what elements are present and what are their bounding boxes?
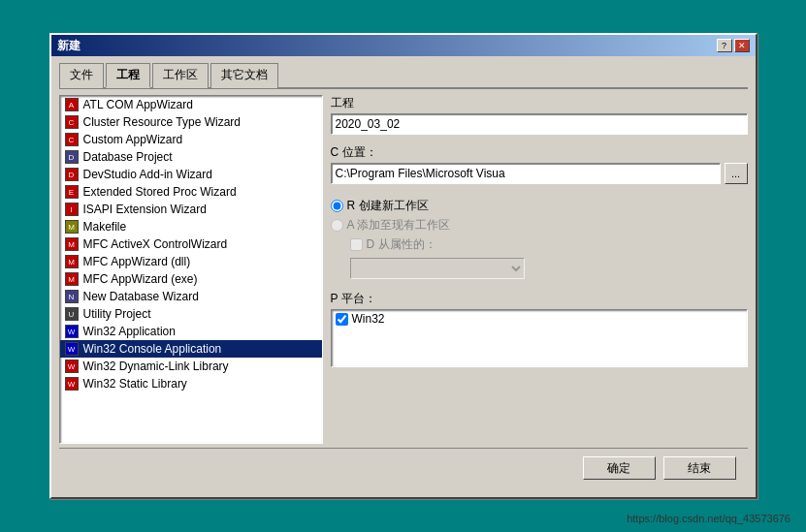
- title-bar-buttons: ? ✕: [717, 39, 750, 52]
- project-name-input[interactable]: [331, 113, 748, 135]
- list-item[interactable]: CCustom AppWizard: [60, 131, 322, 148]
- list-item[interactable]: DDevStudio Add-in Wizard: [60, 166, 322, 183]
- platform-label: P 平台：: [331, 292, 376, 305]
- platform-win32-checkbox[interactable]: [336, 313, 348, 326]
- radio-create-new-label: R 创建新工作区: [347, 198, 429, 214]
- list-item-label: DevStudio Add-in Wizard: [83, 168, 212, 181]
- browse-button[interactable]: ...: [725, 163, 748, 184]
- list-item[interactable]: MMakefile: [60, 218, 322, 235]
- list-item[interactable]: UUtility Project: [60, 305, 322, 323]
- location-label: C 位置：: [331, 144, 748, 161]
- list-item-label: Win32 Console Application: [83, 342, 222, 356]
- list-item-icon: C: [64, 114, 80, 130]
- workspace-options: R 创建新工作区 A 添加至现有工作区 D 从属性的：: [331, 198, 748, 279]
- list-item-label: Extended Stored Proc Wizard: [83, 185, 237, 199]
- project-name-group: 工程: [331, 95, 748, 135]
- list-item-label: ISAPI Extension Wizard: [83, 203, 207, 216]
- list-item[interactable]: AATL COM AppWizard: [60, 96, 322, 113]
- list-item-icon: M: [64, 219, 80, 235]
- radio-add-existing-input[interactable]: [331, 219, 343, 232]
- list-item[interactable]: NNew Database Wizard: [60, 288, 322, 305]
- tab-other[interactable]: 其它文档: [210, 63, 278, 88]
- tab-workspace[interactable]: 工作区: [152, 63, 209, 88]
- list-item[interactable]: DDatabase Project: [60, 148, 322, 166]
- close-button[interactable]: ✕: [734, 39, 750, 52]
- project-type-list[interactable]: AATL COM AppWizardCCluster Resource Type…: [59, 95, 323, 444]
- location-input[interactable]: [331, 163, 721, 184]
- list-item-label: Cluster Resource Type Wizard: [83, 115, 242, 129]
- project-label: 工程: [331, 95, 748, 111]
- dependency-checkbox[interactable]: [350, 238, 363, 251]
- radio-create-new: R 创建新工作区: [331, 198, 748, 214]
- list-item-icon: W: [64, 359, 80, 374]
- platform-win32: Win32: [332, 310, 747, 328]
- help-button[interactable]: ?: [717, 39, 732, 52]
- list-item-icon: A: [64, 97, 80, 112]
- list-item-label: MFC AppWizard (exe): [83, 272, 198, 286]
- dependency-dropdown[interactable]: [350, 258, 525, 279]
- url-bar: https://blog.csdn.net/qq_43573676: [627, 513, 790, 524]
- list-item-icon: W: [64, 376, 80, 391]
- list-item-icon: W: [64, 324, 80, 339]
- platform-win32-label: Win32: [352, 312, 385, 326]
- list-item[interactable]: EExtended Stored Proc Wizard: [60, 183, 322, 201]
- tab-bar: 文件 工程 工作区 其它文档: [59, 62, 748, 89]
- list-item[interactable]: MMFC AppWizard (dll): [60, 253, 322, 270]
- list-item[interactable]: WWin32 Console Application: [60, 340, 322, 358]
- location-group: C 位置： ...: [331, 144, 748, 184]
- list-item-label: Utility Project: [83, 307, 151, 321]
- right-panel: 工程 C 位置： ... R 创建新工作区: [331, 95, 748, 444]
- list-item[interactable]: IISAPI Extension Wizard: [60, 201, 322, 218]
- dependency-checkbox-group: D 从属性的：: [350, 236, 748, 253]
- platform-group: P 平台： Win32: [331, 291, 748, 367]
- list-item-icon: M: [64, 236, 80, 252]
- list-item[interactable]: WWin32 Dynamic-Link Library: [60, 358, 322, 375]
- dropdown-row: [350, 258, 748, 279]
- list-item-label: Database Project: [83, 150, 173, 164]
- list-item-label: Win32 Dynamic-Link Library: [83, 360, 229, 373]
- list-item-label: Win32 Application: [83, 325, 176, 338]
- list-item-icon: W: [64, 341, 80, 357]
- list-item-icon: C: [64, 132, 80, 147]
- list-item[interactable]: WWin32 Application: [60, 323, 322, 340]
- list-item-icon: U: [64, 306, 80, 322]
- list-item-icon: E: [64, 184, 80, 200]
- list-item-label: MFC ActiveX ControlWizard: [83, 237, 228, 251]
- cancel-button[interactable]: 结束: [663, 456, 736, 480]
- dialog-body: 文件 工程 工作区 其它文档 AATL COM AppWizardCCluste…: [51, 56, 756, 497]
- bottom-bar: 确定 结束: [59, 448, 748, 489]
- list-item[interactable]: MMFC ActiveX ControlWizard: [60, 235, 322, 253]
- radio-add-existing: A 添加至现有工作区: [331, 217, 748, 234]
- radio-create-new-input[interactable]: [331, 200, 343, 212]
- list-item-label: Makefile: [83, 220, 127, 234]
- dependency-label: D 从属性的：: [367, 236, 436, 253]
- platform-list[interactable]: Win32: [331, 309, 748, 367]
- list-item-label: MFC AppWizard (dll): [83, 255, 191, 268]
- list-item-label: ATL COM AppWizard: [83, 98, 193, 111]
- content-area: AATL COM AppWizardCCluster Resource Type…: [59, 95, 748, 444]
- list-item-label: Custom AppWizard: [83, 133, 183, 146]
- ok-button[interactable]: 确定: [583, 456, 656, 480]
- radio-add-existing-label: A 添加至现有工作区: [347, 217, 451, 234]
- list-item[interactable]: WWin32 Static Library: [60, 375, 322, 392]
- list-item-icon: I: [64, 202, 80, 217]
- list-item[interactable]: CCluster Resource Type Wizard: [60, 113, 322, 131]
- list-item-label: Win32 Static Library: [83, 377, 187, 391]
- dialog-window: 新建 ? ✕ 文件 工程 工作区 其它文档 AATL COM AppWizard…: [49, 33, 758, 499]
- list-item-icon: M: [64, 271, 80, 287]
- list-item-icon: D: [64, 167, 80, 182]
- location-row: ...: [331, 163, 748, 184]
- dialog-title: 新建: [57, 38, 81, 54]
- tab-project[interactable]: 工程: [106, 63, 150, 88]
- list-item-label: New Database Wizard: [83, 290, 199, 303]
- list-item[interactable]: MMFC AppWizard (exe): [60, 270, 322, 288]
- list-item-icon: M: [64, 254, 80, 269]
- list-item-icon: N: [64, 289, 80, 304]
- list-item-icon: D: [64, 149, 80, 165]
- tab-file[interactable]: 文件: [59, 63, 104, 88]
- title-bar: 新建 ? ✕: [51, 35, 756, 56]
